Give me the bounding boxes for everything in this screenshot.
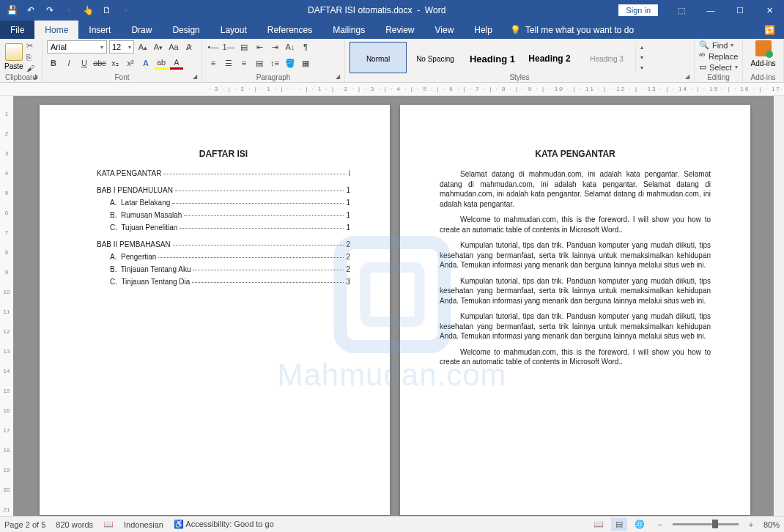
- page-count[interactable]: Page 2 of 5: [4, 520, 45, 529]
- font-color-icon[interactable]: A: [170, 56, 183, 70]
- toc-entry[interactable]: C. Tujuan Penelitian1: [97, 223, 350, 232]
- bold-button[interactable]: B: [47, 56, 60, 70]
- highlight-icon[interactable]: ab: [155, 56, 168, 70]
- paste-button[interactable]: Paste: [4, 43, 23, 70]
- save-icon[interactable]: 💾: [3, 1, 21, 19]
- font-launcher-icon[interactable]: ◢: [193, 73, 200, 81]
- multilevel-icon[interactable]: ▤: [237, 40, 251, 53]
- ribbon-display-icon[interactable]: ⬚: [667, 0, 696, 21]
- minimize-icon[interactable]: —: [696, 0, 725, 21]
- accessibility-status[interactable]: ♿ Accessibility: Good to go: [174, 520, 274, 529]
- zoom-out-icon[interactable]: −: [652, 518, 668, 531]
- style-no-spacing[interactable]: No Spacing: [407, 42, 464, 73]
- subscript-button[interactable]: x₂: [108, 56, 122, 70]
- tab-insert[interactable]: Insert: [78, 21, 121, 39]
- language-status[interactable]: Indonesian: [124, 520, 163, 529]
- tab-help[interactable]: Help: [464, 21, 503, 39]
- toc-entry[interactable]: C. Tinjauan Tentang Dia3: [97, 278, 350, 286]
- style-normal[interactable]: Normal: [350, 42, 407, 73]
- zoom-slider[interactable]: [673, 523, 739, 525]
- grow-font-icon[interactable]: A▴: [136, 40, 149, 53]
- shrink-font-icon[interactable]: A▾: [152, 40, 165, 53]
- tab-references[interactable]: References: [257, 21, 322, 39]
- tab-layout[interactable]: Layout: [210, 21, 257, 39]
- find-button[interactable]: 🔍Find▾: [699, 40, 738, 50]
- clear-formatting-icon[interactable]: A̷: [182, 40, 196, 53]
- borders-icon[interactable]: ▦: [299, 56, 312, 70]
- vertical-ruler[interactable]: 123456789101112131415161718192021: [0, 96, 13, 516]
- toc-entry[interactable]: A. Latar Belakang1: [97, 199, 350, 207]
- toc-entry[interactable]: A. Pengertian2: [97, 253, 350, 261]
- style-heading-1[interactable]: Heading 1: [464, 42, 521, 73]
- horizontal-ruler[interactable]: · 3 · | · 2 · | · 1 · | · · · | · 1 · | …: [0, 83, 784, 96]
- tab-view[interactable]: View: [425, 21, 465, 39]
- tab-mailings[interactable]: Mailings: [322, 21, 375, 39]
- increase-indent-icon[interactable]: ⇥: [268, 40, 281, 53]
- web-layout-icon[interactable]: 🌐: [632, 518, 648, 531]
- page-1[interactable]: DAFTAR ISI KATA PENGANTARiBAB I PENDAHUL…: [40, 105, 390, 515]
- zoom-in-icon[interactable]: +: [743, 518, 759, 531]
- italic-button[interactable]: I: [62, 56, 75, 70]
- underline-button[interactable]: U: [78, 56, 91, 70]
- touch-mode-icon[interactable]: 👆: [79, 1, 97, 19]
- tab-file[interactable]: File: [0, 21, 34, 39]
- align-right-icon[interactable]: ≡: [237, 56, 251, 70]
- styles-launcher-icon[interactable]: ◢: [685, 73, 692, 81]
- shading-icon[interactable]: 🪣: [284, 56, 297, 70]
- font-name-select[interactable]: Arial▾: [47, 40, 107, 53]
- show-marks-icon[interactable]: ¶: [299, 40, 312, 53]
- read-mode-icon[interactable]: 📖: [591, 518, 607, 531]
- sort-icon[interactable]: A↓: [284, 40, 297, 53]
- tab-home[interactable]: Home: [34, 21, 78, 39]
- style-heading-3[interactable]: Heading 3: [578, 42, 635, 73]
- sign-in-button[interactable]: Sign in: [618, 4, 658, 16]
- line-spacing-icon[interactable]: ↕≡: [268, 56, 281, 70]
- replace-button[interactable]: ᵃᵇReplace: [699, 51, 738, 61]
- print-layout-icon[interactable]: ▤: [611, 518, 627, 531]
- toc-entry[interactable]: BAB I PENDAHULUAN1: [97, 186, 350, 194]
- format-painter-icon[interactable]: 🖌: [26, 64, 34, 73]
- new-doc-icon[interactable]: 🗋: [98, 1, 116, 19]
- toc-entry[interactable]: B. Rumusan Masalah1: [97, 211, 350, 219]
- tab-draw[interactable]: Draw: [121, 21, 162, 39]
- align-center-icon[interactable]: ☰: [222, 56, 235, 70]
- customize-qat-icon[interactable]: ▾: [60, 1, 78, 19]
- font-label: Font: [47, 73, 197, 82]
- numbering-icon[interactable]: 1—: [222, 40, 235, 53]
- tab-review[interactable]: Review: [375, 21, 424, 39]
- style-heading-2[interactable]: Heading 2: [521, 42, 578, 73]
- change-case-icon[interactable]: Aa: [167, 40, 180, 53]
- maximize-icon[interactable]: ☐: [725, 0, 755, 21]
- strikethrough-button[interactable]: abc: [93, 56, 106, 70]
- toc-entry[interactable]: KATA PENGANTARi: [97, 169, 350, 177]
- justify-icon[interactable]: ▤: [253, 56, 266, 70]
- toc-entry[interactable]: BAB II PEMBAHASAN2: [97, 240, 350, 248]
- toc-entry[interactable]: B. Tinjauan Tentang Aku2: [97, 265, 350, 273]
- addins-button[interactable]: Add-ins: [747, 40, 779, 67]
- undo-icon[interactable]: ↶: [22, 1, 40, 19]
- superscript-button[interactable]: x²: [124, 56, 137, 70]
- font-size-select[interactable]: 12▾: [109, 40, 134, 53]
- decrease-indent-icon[interactable]: ⇤: [253, 40, 266, 53]
- word-count[interactable]: 820 words: [56, 520, 93, 529]
- bullets-icon[interactable]: •—: [207, 40, 220, 53]
- share-button[interactable]: 🔁: [755, 21, 784, 39]
- tell-me-search[interactable]: 💡 Tell me what you want to do: [510, 21, 634, 39]
- vertical-scrollbar[interactable]: [774, 96, 784, 516]
- clipboard-launcher-icon[interactable]: ◢: [33, 73, 40, 81]
- paragraph-launcher-icon[interactable]: ◢: [336, 73, 343, 81]
- page-2[interactable]: KATA PENGANTAR Selamat datang di mahmuda…: [400, 105, 750, 515]
- qat-more-icon[interactable]: ▾: [117, 1, 135, 19]
- redo-icon[interactable]: ↷: [41, 1, 59, 19]
- cut-icon[interactable]: ✂: [26, 41, 34, 51]
- align-left-icon[interactable]: ≡: [207, 56, 220, 70]
- zoom-level[interactable]: 80%: [763, 520, 780, 529]
- ribbon-tabs: File Home Insert Draw Design Layout Refe…: [0, 21, 784, 39]
- select-button[interactable]: ▭Select▾: [699, 62, 738, 72]
- tab-design[interactable]: Design: [162, 21, 210, 39]
- text-effects-icon[interactable]: A: [139, 56, 152, 70]
- styles-more-icon[interactable]: ▴▾▾: [635, 42, 647, 73]
- close-icon[interactable]: ✕: [755, 0, 784, 21]
- spellcheck-icon[interactable]: 📖: [103, 520, 114, 529]
- copy-icon[interactable]: ⎘: [26, 53, 34, 62]
